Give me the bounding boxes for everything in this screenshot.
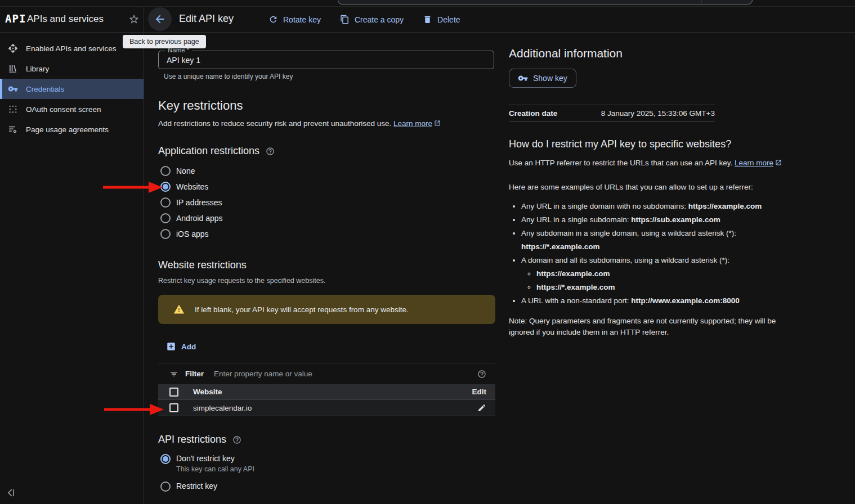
sidebar-item-library[interactable]: Library xyxy=(0,58,144,79)
radio-label: IP addresses xyxy=(176,198,222,207)
bullet-url: https://example.com xyxy=(536,269,610,278)
select-all-checkbox[interactable] xyxy=(169,388,178,397)
radio-circle-selected[interactable] xyxy=(160,454,171,464)
table-row: simplecalendar.io xyxy=(158,400,495,416)
delete-button[interactable]: Delete xyxy=(423,15,460,24)
annotation-arrow-websites xyxy=(103,182,163,193)
radio-option-android-apps[interactable]: Android apps xyxy=(160,213,223,223)
create-copy-button[interactable]: Create a copy xyxy=(340,15,404,24)
website-restrictions-title: Website restrictions xyxy=(158,259,247,271)
name-input[interactable] xyxy=(159,51,494,69)
rotate-key-label: Rotate key xyxy=(283,15,321,24)
website-table: Filter Website Edit simplecalendar.io xyxy=(158,363,495,416)
radio-circle[interactable] xyxy=(160,229,171,239)
browser-omnibox-divider xyxy=(701,0,701,3)
learn-more-link[interactable]: Learn more xyxy=(393,119,441,128)
radio-sublabel: This key can call any API xyxy=(176,465,254,473)
product-title[interactable]: APIs and services xyxy=(27,14,104,25)
creation-date-label: Creation date xyxy=(509,109,557,118)
radio-option-websites[interactable]: Websites xyxy=(160,182,223,192)
radio-option-ios-apps[interactable]: iOS apps xyxy=(160,229,223,239)
copy-icon xyxy=(340,15,350,24)
help-icon[interactable] xyxy=(232,435,241,444)
bullet-text: Any URL in a single subdomain: xyxy=(521,215,631,224)
sidebar-item-enabled-apis[interactable]: Enabled APIs and services xyxy=(0,38,144,58)
name-field: Name * xyxy=(158,51,494,69)
pin-star-icon[interactable] xyxy=(128,14,140,25)
back-button[interactable] xyxy=(148,7,172,31)
bullet-text: Any subdomain in a single domain, using … xyxy=(521,229,736,237)
creation-date-row: Creation date 8 January 2025, 15:33:06 G… xyxy=(509,105,715,122)
collapse-sidebar-button[interactable] xyxy=(6,487,17,498)
referrer-examples-list: Any URL in a single domain with no subdo… xyxy=(509,200,799,308)
faq-intro-text: Use an HTTP referrer to restrict the URL… xyxy=(509,159,732,167)
row-checkbox[interactable] xyxy=(169,403,178,412)
add-button-label: Add xyxy=(181,343,196,351)
help-icon[interactable] xyxy=(266,147,275,156)
filter-help-icon[interactable] xyxy=(477,370,486,379)
learn-more-label: Learn more xyxy=(735,159,773,167)
learn-more-link[interactable]: Learn more xyxy=(735,159,782,167)
filter-input[interactable] xyxy=(213,369,471,379)
sub-list: https://example.com https://*.example.co… xyxy=(521,267,799,294)
radio-option-dont-restrict[interactable]: Don't restrict key This key can call any… xyxy=(160,454,254,473)
sidebar-item-label: Library xyxy=(26,65,49,73)
filter-label: Filter xyxy=(185,370,204,378)
bullet-url: https://example.com xyxy=(688,202,762,210)
radio-label: Android apps xyxy=(176,214,223,223)
bullet-url: https://*.example.com xyxy=(536,283,615,291)
row-website-value: simplecalendar.io xyxy=(193,404,252,412)
add-box-icon xyxy=(166,341,176,352)
filter-icon xyxy=(169,370,178,379)
edit-pencil-icon[interactable] xyxy=(477,403,486,412)
enabled-apis-icon xyxy=(8,43,18,53)
key-icon xyxy=(518,73,528,83)
faq-title: How do I restrict my API key to specific… xyxy=(509,138,799,150)
radio-label: Don't restrict key xyxy=(176,454,254,463)
radio-circle[interactable] xyxy=(160,482,171,492)
radio-circle[interactable] xyxy=(160,213,171,223)
annotation-arrow-row-checkbox xyxy=(104,404,164,415)
creation-date-value: 8 January 2025, 15:33:06 GMT+3 xyxy=(601,109,715,118)
radio-option-restrict-key[interactable]: Restrict key xyxy=(160,482,217,492)
show-key-button[interactable]: Show key xyxy=(509,69,576,88)
radio-option-none[interactable]: None xyxy=(160,166,223,176)
sidebar-item-credentials[interactable]: Credentials xyxy=(0,79,144,99)
list-gear-icon xyxy=(8,124,18,134)
radio-option-ip-addresses[interactable]: IP addresses xyxy=(160,197,223,208)
warning-banner: If left blank, your API key will accept … xyxy=(158,295,495,324)
library-icon xyxy=(8,64,18,74)
api-logo: API xyxy=(5,12,26,25)
table-header-row: Website Edit xyxy=(158,384,495,400)
radio-circle[interactable] xyxy=(160,166,171,176)
app-header: API APIs and services Edit API key Rotat… xyxy=(0,7,855,32)
faq-note: Note: Query parameters and fragments are… xyxy=(509,316,790,338)
external-link-icon xyxy=(775,159,782,166)
radio-circle[interactable] xyxy=(160,197,171,208)
sidebar-item-oauth[interactable]: OAuth consent screen xyxy=(0,99,144,119)
list-item: Any URL in a single domain with no subdo… xyxy=(521,200,799,213)
external-link-icon xyxy=(434,120,441,127)
trash-icon xyxy=(423,15,432,24)
radio-label: Websites xyxy=(176,182,208,191)
sidebar: Enabled APIs and services Library Creden… xyxy=(0,33,144,504)
show-key-label: Show key xyxy=(533,74,567,83)
sidebar-item-label: Page usage agreements xyxy=(26,125,109,134)
faq-examples-intro: Here are some examples of URLs that you … xyxy=(509,182,796,193)
edit-api-key-form: Name * Use a unique name to identify you… xyxy=(144,32,495,504)
oauth-consent-icon xyxy=(8,104,18,114)
website-restrictions-heading: Website restrictions xyxy=(158,259,247,271)
list-item: A URL with a non-standard port: http://w… xyxy=(521,294,799,308)
create-copy-label: Create a copy xyxy=(355,15,404,24)
application-restrictions-radio-group: None Websites IP addresses Android apps … xyxy=(160,166,223,239)
column-header-website: Website xyxy=(193,388,222,396)
key-restrictions-description: Add restrictions to reduce security risk… xyxy=(158,119,441,128)
website-restrictions-description: Restrict key usage requests to the speci… xyxy=(158,277,325,285)
back-arrow-icon xyxy=(154,13,166,25)
sidebar-item-page-usage[interactable]: Page usage agreements xyxy=(0,119,144,140)
warning-text: If left blank, your API key will accept … xyxy=(195,305,409,314)
rotate-key-button[interactable]: Rotate key xyxy=(268,15,321,24)
api-restrictions-heading: API restrictions xyxy=(158,434,241,446)
add-website-button[interactable]: Add xyxy=(166,341,196,352)
bullet-url: http://www.example.com:8000 xyxy=(631,296,739,305)
